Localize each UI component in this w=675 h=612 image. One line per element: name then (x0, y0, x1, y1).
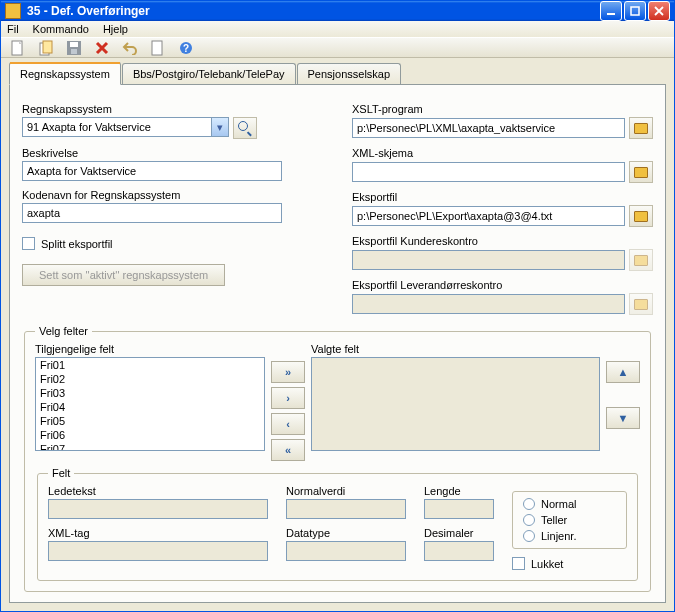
new-doc-icon[interactable] (9, 39, 27, 57)
leverandor-label: Eksportfil Leverandørreskontro (352, 279, 653, 291)
datatype-input (286, 541, 406, 561)
radio-normal[interactable] (523, 498, 535, 510)
desimaler-input (424, 541, 494, 561)
folder-icon (634, 211, 648, 222)
kundereskontro-label: Eksportfil Kundereskontro (352, 235, 653, 247)
velg-felter-group: Velg felter Tilgjengelige felt Fri01Fri0… (24, 325, 651, 592)
folder-icon (634, 167, 648, 178)
radio-normal-label: Normal (541, 498, 576, 510)
move-all-left-button[interactable]: « (271, 439, 305, 461)
radio-teller[interactable] (523, 514, 535, 526)
list-item[interactable]: Fri03 (36, 386, 264, 400)
radio-linjenr-label: Linjenr. (541, 530, 576, 542)
toolbar: ? (1, 37, 674, 58)
move-left-button[interactable]: ‹ (271, 413, 305, 435)
normalverdi-input (286, 499, 406, 519)
felt-legend: Felt (48, 467, 74, 479)
maximize-button[interactable] (624, 1, 646, 21)
kodenavn-label: Kodenavn for Regnskapssystem (22, 189, 312, 201)
lukket-checkbox[interactable] (512, 557, 525, 570)
xmltag-input (48, 541, 268, 561)
tab-panel: Regnskapssystem 91 Axapta for Vaktservic… (9, 84, 666, 603)
felt-type-radios: Normal Teller Linjenr. (512, 491, 627, 549)
xslt-input[interactable] (352, 118, 625, 138)
undo-icon[interactable] (121, 39, 139, 57)
leverandor-browse-button (629, 293, 653, 315)
move-all-right-button[interactable]: » (271, 361, 305, 383)
menu-fil[interactable]: Fil (7, 23, 19, 35)
xml-schema-input[interactable] (352, 162, 625, 182)
xslt-browse-button[interactable] (629, 117, 653, 139)
svg-rect-4 (43, 41, 52, 53)
regnskapssystem-combo[interactable]: 91 Axapta for Vaktservice (22, 117, 212, 137)
beskrivelse-label: Beskrivelse (22, 147, 312, 159)
tilgjengelige-label: Tilgjengelige felt (35, 343, 265, 355)
regnskapssystem-dropdown-button[interactable]: ▾ (212, 117, 229, 137)
svg-rect-0 (607, 13, 615, 15)
datatype-label: Datatype (286, 527, 406, 539)
normalverdi-label: Normalverdi (286, 485, 406, 497)
list-item[interactable]: Fri04 (36, 400, 264, 414)
tab-pensjon[interactable]: Pensjonsselskap (297, 63, 402, 84)
radio-teller-label: Teller (541, 514, 567, 526)
kundereskontro-browse-button (629, 249, 653, 271)
desimaler-label: Desimaler (424, 527, 494, 539)
radio-linjenr[interactable] (523, 530, 535, 542)
splitt-label: Splitt eksportfil (41, 238, 113, 250)
menu-kommando[interactable]: Kommando (33, 23, 89, 35)
felt-group: Felt Ledetekst XML-tag Normalverdi Datat… (37, 467, 638, 581)
svg-rect-1 (631, 7, 639, 15)
close-button[interactable] (648, 1, 670, 21)
valgte-list[interactable] (311, 357, 600, 451)
copy-doc-icon[interactable] (37, 39, 55, 57)
kodenavn-input[interactable] (22, 203, 282, 223)
eksportfil-browse-button[interactable] (629, 205, 653, 227)
list-item[interactable]: Fri01 (36, 358, 264, 372)
list-item[interactable]: Fri02 (36, 372, 264, 386)
svg-rect-8 (152, 41, 162, 55)
regnskapssystem-label: Regnskapssystem (22, 103, 312, 115)
xml-schema-label: XML-skjema (352, 147, 653, 159)
eksportfil-label: Eksportfil (352, 191, 653, 203)
save-icon[interactable] (65, 39, 83, 57)
svg-rect-7 (71, 49, 77, 54)
sett-aktivt-button[interactable]: Sett som ''aktivt'' regnskapssystem (22, 264, 225, 286)
valgte-label: Valgte felt (311, 343, 600, 355)
ledetekst-label: Ledetekst (48, 485, 268, 497)
svg-text:?: ? (183, 43, 189, 54)
folder-icon (634, 255, 648, 266)
menu-hjelp[interactable]: Hjelp (103, 23, 128, 35)
xslt-label: XSLT-program (352, 103, 653, 115)
tilgjengelige-list[interactable]: Fri01Fri02Fri03Fri04Fri05Fri06Fri07 (35, 357, 265, 451)
search-icon (238, 121, 252, 135)
app-window: 35 - Def. Overføringer Fil Kommando Hjel… (0, 0, 675, 612)
xml-schema-browse-button[interactable] (629, 161, 653, 183)
tab-bbs[interactable]: Bbs/Postgiro/Telebank/TelePay (122, 63, 296, 84)
help-icon[interactable]: ? (177, 39, 195, 57)
regnskapssystem-search-button[interactable] (233, 117, 257, 139)
menubar: Fil Kommando Hjelp (1, 21, 674, 37)
leverandor-input (352, 294, 625, 314)
ledetekst-input (48, 499, 268, 519)
eksportfil-input[interactable] (352, 206, 625, 226)
window-title: 35 - Def. Overføringer (27, 4, 598, 18)
tab-regnskapssystem[interactable]: Regnskapssystem (9, 62, 121, 85)
tabbar: Regnskapssystem Bbs/Postgiro/Telebank/Te… (9, 62, 666, 84)
list-item[interactable]: Fri06 (36, 428, 264, 442)
move-down-button[interactable]: ▼ (606, 407, 640, 429)
minimize-button[interactable] (600, 1, 622, 21)
delete-icon[interactable] (93, 39, 111, 57)
list-item[interactable]: Fri07 (36, 442, 264, 451)
xmltag-label: XML-tag (48, 527, 268, 539)
regnskapssystem-value: 91 Axapta for Vaktservice (27, 121, 151, 133)
splitt-checkbox[interactable] (22, 237, 35, 250)
beskrivelse-input[interactable] (22, 161, 282, 181)
move-up-button[interactable]: ▲ (606, 361, 640, 383)
list-item[interactable]: Fri05 (36, 414, 264, 428)
folder-icon (634, 123, 648, 134)
blank-doc-icon[interactable] (149, 39, 167, 57)
move-right-button[interactable]: › (271, 387, 305, 409)
folder-icon (634, 299, 648, 310)
titlebar: 35 - Def. Overføringer (1, 1, 674, 21)
lengde-label: Lengde (424, 485, 494, 497)
